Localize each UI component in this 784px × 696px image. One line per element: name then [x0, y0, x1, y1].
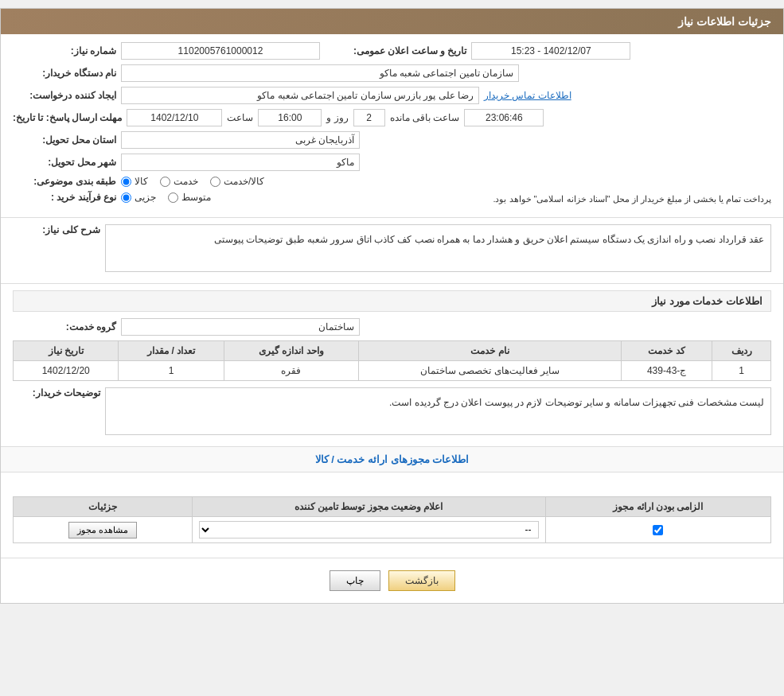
cell-unit: فقره [224, 361, 359, 381]
need-number-label: شماره نیاز: [13, 45, 116, 56]
category-kala-radio[interactable] [121, 177, 131, 187]
contact-link[interactable]: اطلاعات تماس خریدار [484, 90, 571, 101]
col-unit: واحد اندازه گیری [224, 341, 359, 361]
purchase-mutawassit[interactable]: متوسط [168, 192, 211, 203]
category-kala[interactable]: کالا [121, 176, 148, 187]
cell-service_name: سایر فعالیت‌های تخصصی ساختمان [359, 361, 622, 381]
action-buttons: بازگشت چاپ [1, 558, 783, 603]
category-khidmat-radio[interactable] [160, 177, 170, 187]
deadline-label: مهلت ارسال پاسخ: تا تاریخ: [13, 112, 122, 123]
category-khidmat[interactable]: خدمت [160, 176, 198, 187]
needs-description-label: شرح کلی نیاز: [13, 224, 100, 235]
page-title: جزئیات اطلاعات نیاز [1, 9, 783, 34]
city-value: ماکو [121, 154, 360, 171]
purchase-mutawassit-label: متوسط [181, 192, 211, 203]
col-permit-details: جزئیات [14, 497, 193, 517]
deadline-time-label: ساعت [227, 112, 253, 123]
col-permit-required: الزامی بودن ارائه مجوز [545, 497, 770, 517]
category-radio-group: کالا/خدمت خدمت کالا [121, 176, 264, 187]
permit-required-check[interactable] [653, 525, 663, 535]
category-kala-label: کالا [135, 176, 148, 187]
services-table: ردیف کد خدمت نام خدمت واحد اندازه گیری ت… [13, 340, 771, 381]
cell-quantity: 1 [119, 361, 224, 381]
category-khidmat-label: خدمت [174, 176, 198, 187]
service-group-label: گروه خدمت: [13, 321, 116, 332]
deadline-date: 1402/12/10 [127, 109, 222, 126]
permit-required-checkbox[interactable] [552, 525, 764, 535]
col-permit-supplier-status: اعلام وضعیت مجوز توسط تامین کننده [192, 497, 545, 517]
deadline-time: 16:00 [258, 109, 322, 126]
buyer-org-label: نام دستگاه خریدار: [13, 68, 116, 79]
permits-table: الزامی بودن ارائه مجوز اعلام وضعیت مجوز … [13, 496, 771, 543]
buyer-desc: لیست مشخصات فنی تجهیزات سامانه و سایر تو… [105, 387, 771, 435]
col-quantity: تعداد / مقدار [119, 341, 224, 361]
province-value: آذربایجان غربی [121, 131, 360, 149]
cell-service_code: ج-43-439 [622, 361, 712, 381]
creator-value: رضا علی پور بازرس سازمان تامین اجتماعی ش… [121, 87, 479, 104]
purchase-type-radio-group: متوسط جزیی [121, 192, 211, 203]
col-service-code: کد خدمت [622, 341, 712, 361]
col-row-num: ردیف [712, 341, 771, 361]
permit-row: -- مشاهده مجوز [14, 517, 771, 543]
col-need-date: تاریخ نیاز [14, 341, 119, 361]
purchase-juzyi-label: جزیی [135, 192, 156, 203]
table-row: 1ج-43-439سایر فعالیت‌های تخصصی ساختمانفق… [14, 361, 771, 381]
purchase-juzyi[interactable]: جزیی [121, 192, 156, 203]
buyer-desc-label: توضیحات خریدار: [13, 387, 100, 399]
announcement-label: تاریخ و ساعت اعلان عمومی: [353, 45, 466, 56]
deadline-days-label: روز و [326, 112, 348, 123]
purchase-mutawassit-radio[interactable] [168, 192, 178, 203]
col-service-name: نام خدمت [359, 341, 622, 361]
back-button[interactable]: بازگشت [388, 570, 455, 591]
cell-row_num: 1 [712, 361, 771, 381]
purchase-note: پرداخت تمام یا بخشی از مبلغ خریدار از مح… [493, 194, 771, 204]
view-permit-button[interactable]: مشاهده مجوز [68, 522, 137, 539]
services-title: اطلاعات خدمات مورد نیاز [13, 290, 771, 312]
print-button[interactable]: چاپ [330, 570, 380, 591]
purchase-juzyi-radio[interactable] [121, 192, 131, 203]
deadline-remaining-label: ساعت باقی مانده [390, 112, 460, 123]
service-group-value: ساختمان [121, 318, 360, 336]
permits-section-link[interactable]: اطلاعات مجوزهای ارائه خدمت / کالا [1, 447, 783, 472]
announcement-value: 1402/12/07 - 15:23 [471, 42, 630, 60]
category-kala-khidmat-label: کالا/خدمت [224, 176, 264, 187]
deadline-remaining: 23:06:46 [464, 109, 544, 126]
province-label: استان محل تحویل: [13, 134, 116, 146]
needs-description: عقد قرارداد نصب و راه اندازی یک دستگاه س… [105, 224, 771, 272]
need-number-value: 1102005761000012 [121, 42, 320, 60]
creator-label: ایجاد کننده درخواست: [13, 90, 116, 101]
category-kala-khidmat-radio[interactable] [210, 177, 220, 187]
category-label: طبقه بندی موضوعی: [13, 176, 116, 187]
category-kala-khidmat[interactable]: کالا/خدمت [210, 176, 264, 187]
purchase-type-label: نوع فرآیند خرید : [13, 192, 116, 203]
city-label: شهر محل تحویل: [13, 157, 116, 168]
deadline-days: 2 [353, 109, 385, 126]
permit-status-select[interactable]: -- [199, 521, 539, 539]
page-title-text: جزئیات اطلاعات نیاز [678, 15, 771, 28]
cell-need_date: 1402/12/20 [14, 361, 119, 381]
buyer-org-value: سازمان تامین اجتماعی شعبه ماکو [121, 64, 519, 82]
